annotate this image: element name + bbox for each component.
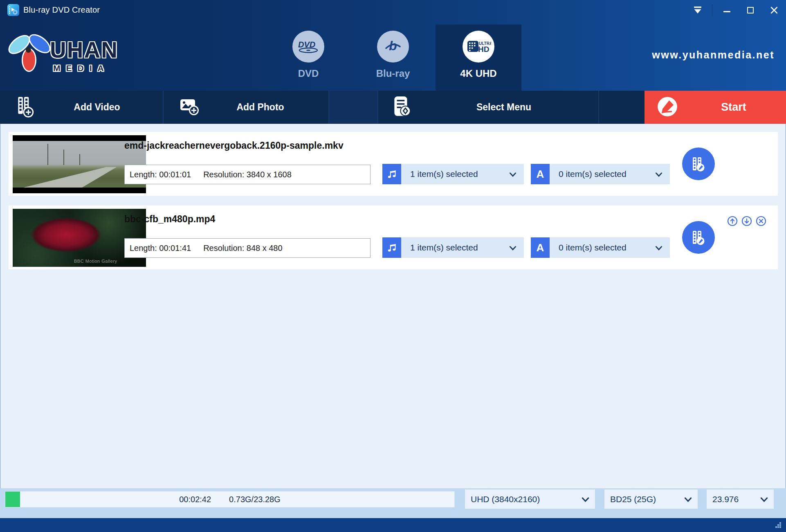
thumbnail-watermark: BBC Motion Gallery <box>74 259 117 264</box>
minimize-icon <box>723 11 730 12</box>
file-name: emd-jackreachernevergoback.2160p-sample.… <box>124 140 344 151</box>
dvd-logo-icon: DVD <box>292 31 324 63</box>
file-info-box: Length: 00:01:01 Resolution: 3840 x 1608 <box>124 165 371 184</box>
music-note-icon <box>386 242 397 253</box>
subtitle-value: 0 item(s) selected <box>559 169 627 179</box>
file-info-box: Length: 00:01:41 Resolution: 848 x 480 <box>124 238 371 258</box>
toolbar-spacer-segment <box>329 91 378 124</box>
select-menu-button[interactable]: Select Menu <box>378 91 599 124</box>
remove-file-button[interactable] <box>756 216 766 226</box>
chevron-down-icon <box>509 243 517 253</box>
file-resolution: Resolution: 3840 x 1608 <box>203 170 292 179</box>
mode-label-4k-uhd: 4K UHD <box>460 68 496 79</box>
window-title: Blu-ray DVD Creator <box>23 0 100 20</box>
header-area: Blu-ray DVD Creator <box>0 0 786 91</box>
status-bar: 00:02:42 0.73G/23.28G UHD (3840x2160) BD… <box>0 488 786 518</box>
disc-type-value: BD25 (25G) <box>610 494 656 504</box>
close-button[interactable] <box>762 0 786 20</box>
mode-button-4k-uhd[interactable]: ULTRA HD 4K UHD <box>436 25 521 91</box>
file-name: bbc-cfb_m480p.mp4 <box>124 214 215 225</box>
edit-video-button[interactable] <box>682 148 715 180</box>
arrow-up-icon <box>727 216 738 226</box>
ultra-hd-logo-icon: ULTRA HD <box>463 31 494 63</box>
mode-button-blu-ray[interactable]: b Blu-ray <box>350 25 436 91</box>
resize-grip[interactable] <box>775 522 777 524</box>
collapse-menu-button[interactable] <box>686 0 710 20</box>
audio-track-value: 1 item(s) selected <box>410 243 478 253</box>
file-resolution: Resolution: 848 x 480 <box>203 244 282 253</box>
used-capacity: 0.73G/23.28G <box>229 495 281 504</box>
maximize-button[interactable] <box>739 0 762 20</box>
arrow-down-icon <box>741 216 752 226</box>
brand-subtitle: MEDIA <box>53 63 110 73</box>
app-icon <box>7 4 19 16</box>
blu-ray-dvd-creator-window: Blu-ray DVD Creator <box>0 0 786 532</box>
subtitle-dropdown[interactable]: 0 item(s) selected <box>550 164 670 184</box>
disc-type-dropdown[interactable]: BD25 (25G) <box>604 490 698 509</box>
edit-video-button[interactable] <box>682 221 715 254</box>
svg-text:HD: HD <box>478 45 489 54</box>
mode-button-dvd[interactable]: DVD DVD <box>265 25 351 91</box>
audio-track-icon <box>382 237 401 258</box>
total-duration: 00:02:42 <box>179 495 211 504</box>
move-down-button[interactable] <box>741 216 752 226</box>
toolbar: Add Video Add Photo <box>0 91 786 124</box>
titlebar: Blu-ray DVD Creator <box>0 0 786 20</box>
subtitle-icon: A <box>531 164 550 184</box>
output-resolution-dropdown[interactable]: UHD (3840x2160) <box>465 490 595 509</box>
file-length: Length: 00:01:01 <box>130 170 191 179</box>
file-length: Length: 00:01:41 <box>130 244 191 253</box>
minimize-button[interactable] <box>715 0 739 20</box>
select-menu-icon <box>391 95 412 120</box>
file-row-1[interactable]: emd-jackreachernevergoback.2160p-sample.… <box>8 132 778 196</box>
site-url: www.yuhanmedia.net <box>652 49 775 61</box>
logo-center-dot <box>26 47 31 53</box>
chevron-down-icon <box>655 243 662 253</box>
collapse-menu-icon <box>693 6 703 14</box>
audio-track-value: 1 item(s) selected <box>410 169 478 179</box>
chevron-down-icon <box>684 494 692 504</box>
bottom-strip <box>0 518 786 532</box>
chevron-down-icon <box>509 169 517 179</box>
brand-logo: UHAN MEDIA <box>6 25 141 78</box>
framerate-value: 23.976 <box>712 494 739 504</box>
subtitle-icon: A <box>531 237 550 258</box>
remove-x-icon <box>756 216 766 226</box>
mode-label-blu-ray: Blu-ray <box>376 68 410 79</box>
chevron-down-icon <box>760 494 768 504</box>
start-button[interactable]: Start <box>645 91 786 124</box>
edit-video-icon <box>689 155 707 173</box>
add-video-button[interactable]: Add Video <box>0 91 164 124</box>
audio-track-dropdown[interactable]: 1 item(s) selected <box>401 164 524 184</box>
add-video-label: Add Video <box>31 91 163 124</box>
mode-label-dvd: DVD <box>298 68 319 79</box>
subtitle-dropdown[interactable]: 0 item(s) selected <box>550 237 670 258</box>
add-photo-label: Add Photo <box>192 91 328 124</box>
start-pencil-icon <box>657 96 678 119</box>
audio-track-dropdown[interactable]: 1 item(s) selected <box>401 237 524 258</box>
chevron-down-icon <box>582 494 589 504</box>
close-icon <box>770 7 778 14</box>
brand-name: UHAN <box>50 37 118 63</box>
music-note-icon <box>386 169 397 179</box>
chevron-down-icon <box>655 169 662 179</box>
capacity-progress-bar: 00:02:42 0.73G/23.28G <box>5 491 455 507</box>
maximize-icon <box>747 7 754 13</box>
move-up-button[interactable] <box>727 216 738 226</box>
add-photo-button[interactable]: Add Photo <box>164 91 329 124</box>
file-row-2[interactable]: BBC Motion Gallery bbc-cfb_m480p.mp4 Len… <box>8 205 778 270</box>
output-resolution-value: UHD (3840x2160) <box>471 494 540 504</box>
subtitle-value: 0 item(s) selected <box>559 243 627 253</box>
edit-video-icon <box>689 228 707 246</box>
framerate-dropdown[interactable]: 23.976 <box>707 490 774 509</box>
titlebar-separator <box>712 4 712 16</box>
start-label: Start <box>681 91 786 124</box>
select-menu-label: Select Menu <box>409 91 598 124</box>
blu-ray-logo-icon: b <box>377 31 409 63</box>
audio-track-icon <box>382 164 401 184</box>
